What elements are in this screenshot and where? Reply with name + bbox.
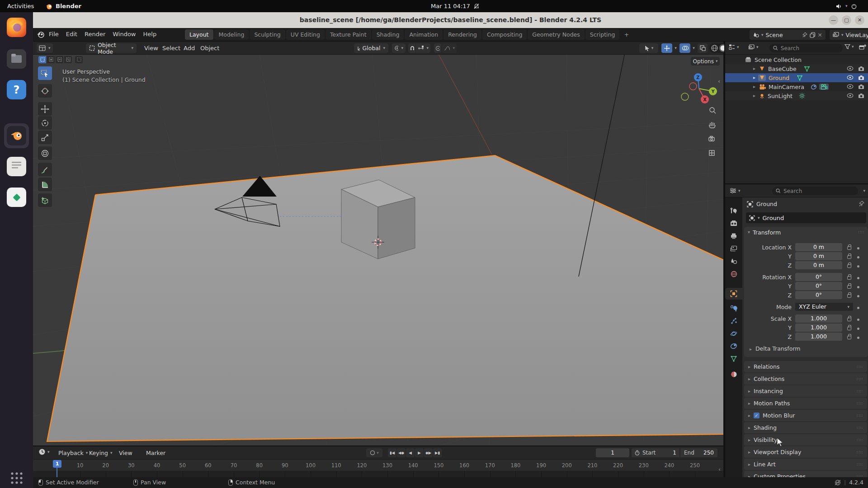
menu-file[interactable]: File (45, 29, 62, 39)
panel-viewport-display[interactable]: ▸Viewport Display∷∷ (744, 446, 867, 458)
properties-tab-view-layer[interactable] (725, 243, 742, 254)
view-layer-selector[interactable]: ▾ ViewLayer ✕ (830, 30, 868, 40)
value-field[interactable]: 1.000 (795, 333, 842, 341)
timeline-menu-keying[interactable]: Keying▾ (86, 448, 115, 457)
timeline-menu-view[interactable]: View (116, 448, 135, 457)
auto-keying-toggle[interactable]: ▾ (366, 448, 382, 457)
tool-move[interactable] (38, 102, 52, 116)
jump-to-start-button[interactable]: ▮◀ (388, 448, 396, 457)
pin-icon[interactable] (859, 201, 864, 206)
timeline-collapse-chevron[interactable]: ‹ (718, 466, 721, 473)
expand-icon[interactable]: ▸ (753, 84, 755, 89)
outliner-row-ground[interactable]: ▸ Ground (725, 73, 868, 82)
hide-eye-icon[interactable] (847, 93, 854, 99)
dock-software-icon[interactable] (7, 188, 26, 207)
panel-grip[interactable]: ∷∷ (857, 365, 863, 369)
breadcrumb-object-name[interactable]: Ground (756, 201, 777, 207)
panel-grip[interactable]: ∷∷ (857, 389, 863, 394)
panel-line-art[interactable]: ▸Line Art∷∷ (744, 459, 867, 470)
panel-collections[interactable]: ▸Collections∷∷ (744, 373, 867, 385)
panel-grip[interactable]: ∷∷ (857, 413, 863, 418)
dock-blender-icon[interactable] (7, 126, 26, 145)
unlock-icon[interactable] (847, 318, 851, 321)
shading-wireframe-button[interactable] (711, 44, 718, 52)
mode-selector[interactable]: Object Mode ▾ (86, 43, 137, 53)
outliner-filter-button[interactable]: ▾ (844, 44, 854, 50)
hide-eye-icon[interactable] (847, 66, 854, 71)
panel-instancing[interactable]: ▸Instancing∷∷ (744, 385, 867, 397)
unlock-icon[interactable] (847, 255, 851, 259)
timeline-ruler[interactable]: 1020304050607080901001101201301401501601… (33, 459, 723, 471)
expand-icon[interactable]: ▸ (753, 66, 755, 71)
window-title-bar[interactable]: baseline_scene [/home/ga/BlenderProjects… (33, 12, 868, 28)
show-overlays-toggle[interactable] (679, 43, 690, 53)
panel-grip[interactable]: ∷∷ (857, 462, 863, 467)
clock[interactable]: Mar 11 04:17 (431, 0, 480, 12)
options-button[interactable]: Options▾ (691, 57, 720, 66)
properties-search[interactable] (772, 187, 858, 195)
panel-motion-blur[interactable]: ▸✓Motion Blur∷∷ (744, 410, 867, 421)
panel-grip[interactable]: ∷∷ (857, 377, 863, 381)
viewport-menu-select[interactable]: Select (160, 43, 183, 53)
tool-cursor[interactable] (38, 84, 52, 98)
animate-dot[interactable] (857, 247, 859, 249)
tool-scale[interactable] (38, 131, 52, 144)
properties-tab-render[interactable] (725, 217, 742, 229)
animate-dot[interactable] (857, 328, 859, 330)
value-field[interactable]: 0° (795, 273, 842, 281)
app-menu[interactable]: Blender (45, 0, 81, 12)
tool-rotate[interactable] (38, 116, 52, 130)
next-keyframe-button[interactable]: ◆▶ (424, 448, 433, 457)
workspace-tab-rendering[interactable]: Rendering (443, 29, 481, 40)
new-collection-button[interactable] (859, 44, 866, 51)
value-field[interactable]: 0° (795, 291, 842, 299)
value-field[interactable]: 1.000 (795, 314, 842, 323)
activities-button[interactable]: Activities (7, 0, 34, 12)
selectability-visibility-dropdown[interactable]: ▾ (639, 43, 658, 53)
pivot-point-selector[interactable]: ▾ (392, 43, 406, 53)
frame-start-field[interactable]: Start 1 (632, 448, 679, 457)
menu-window[interactable]: Window (109, 29, 139, 39)
panel-relations[interactable]: ▸Relations∷∷ (744, 361, 867, 372)
animate-dot[interactable] (857, 307, 859, 309)
properties-tab-output[interactable] (725, 230, 742, 242)
blender-menu-logo-icon[interactable] (37, 31, 45, 39)
outliner-search-input[interactable] (780, 45, 839, 52)
disable-render-icon[interactable] (858, 66, 864, 71)
xray-toggle[interactable] (698, 43, 708, 53)
gizmo-neg-x[interactable] (689, 83, 697, 90)
object-name-field[interactable]: ▾ Ground (746, 212, 866, 223)
minimize-button[interactable]: — (829, 15, 838, 25)
gizmo-neg-y[interactable] (681, 93, 689, 100)
unlock-icon[interactable] (847, 246, 851, 250)
close-button[interactable]: ✕ (855, 15, 864, 25)
unlock-icon[interactable] (847, 285, 851, 289)
properties-search-input[interactable] (783, 188, 854, 195)
show-gizmo-toggle[interactable] (661, 43, 672, 53)
panel-grip[interactable]: ∷∷ (857, 438, 863, 442)
unlock-icon[interactable] (847, 327, 851, 330)
properties-tab-particles[interactable] (725, 315, 742, 327)
tool-add-cube[interactable] (38, 193, 52, 207)
play-reverse-button[interactable]: ◀ (406, 448, 415, 457)
timeline-menu-playback[interactable]: Playback▾ (56, 448, 90, 457)
workspace-tab-animation[interactable]: Animation (405, 29, 443, 40)
unlock-icon[interactable] (847, 276, 851, 280)
properties-tab-scene[interactable] (725, 255, 742, 267)
select-mode-new-button[interactable] (38, 56, 46, 63)
outliner-row-basecube[interactable]: ▸ BaseCube (725, 64, 868, 73)
animate-dot[interactable] (857, 286, 859, 288)
value-field[interactable]: 0 m (795, 243, 842, 251)
panel-grip[interactable]: ∷∷ (857, 426, 863, 430)
tool-transform[interactable] (38, 146, 52, 160)
outliner-search[interactable] (769, 44, 843, 52)
outliner-display-mode[interactable]: ▾ (729, 44, 739, 50)
system-tray[interactable]: ▾ (835, 0, 857, 12)
scene-selector[interactable]: ▾ Scene ✕ (750, 30, 826, 40)
gizmo-dropdown[interactable]: ▾ (673, 43, 679, 53)
dock-firefox-icon[interactable] (7, 18, 26, 37)
viewport-menu-view[interactable]: View (142, 43, 161, 53)
disable-render-icon[interactable] (858, 84, 864, 89)
add-workspace-button[interactable]: + (620, 30, 632, 39)
properties-tab-modifiers[interactable] (725, 302, 742, 314)
